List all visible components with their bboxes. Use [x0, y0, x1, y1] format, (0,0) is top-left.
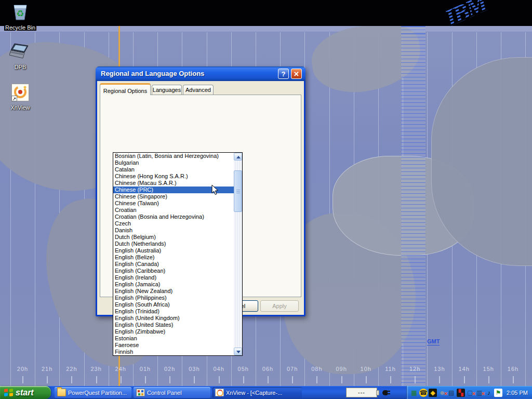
taskbar-button-label: PowerQuest Partition...	[68, 390, 127, 396]
language-option[interactable]: English (United States)	[113, 322, 234, 328]
taskbar-window-buttons: PowerQuest Partition...Control PanelXnVi…	[55, 387, 302, 398]
device-disconnected-icon[interactable]: ▢✕	[466, 389, 474, 397]
desktop-icon-label: DPB	[15, 64, 26, 70]
start-button[interactable]: start	[0, 386, 51, 399]
taskbar-clock[interactable]: 2:05 PM	[507, 390, 528, 396]
tray-icons: ▦☎◆☻✕▤▚▢✕▥✕♪⚑	[410, 389, 502, 397]
language-option[interactable]: Croatian (Bosnia and Herzegovina)	[113, 214, 234, 220]
language-option[interactable]: English (Philippines)	[113, 295, 234, 301]
diamond-utility-icon[interactable]: ◆	[429, 389, 437, 397]
thumb-grip	[236, 190, 240, 190]
language-option[interactable]: English (Canada)	[113, 261, 234, 268]
language-option[interactable]: Chinese (Hong Kong S.A.R.)	[113, 173, 234, 180]
ac-plug-icon	[382, 389, 391, 396]
hour-label: 24h	[109, 366, 132, 372]
taskbar-button-label: XnView - [<Capture-...	[226, 390, 282, 396]
hour-label: 13h	[428, 366, 451, 372]
language-option[interactable]: Dutch (Netherlands)	[113, 241, 234, 247]
taskbar-window-button[interactable]: PowerQuest Partition...	[55, 387, 131, 398]
dialog-title: Regional and Language Options	[101, 70, 204, 77]
svg-text:↗: ↗	[12, 96, 17, 101]
language-option[interactable]: English (Caribbean)	[113, 268, 234, 274]
desktop-icon-dpb[interactable]: DPB	[0, 43, 41, 70]
network-computers-icon[interactable]: ▤	[447, 389, 456, 397]
language-option[interactable]: Croatian	[113, 207, 234, 214]
language-option[interactable]: Danish	[113, 227, 234, 234]
hour-label: 21h	[35, 366, 59, 372]
dialog-titlebar[interactable]: Regional and Language Options ? ✕	[96, 66, 305, 81]
hour-label: 02h	[158, 366, 181, 372]
tab-regional-options[interactable]: Regional Options	[100, 83, 151, 95]
hour-label: 22h	[60, 366, 83, 372]
battery-icon: ---	[346, 388, 377, 397]
usb-device-icon[interactable]: ▦	[410, 389, 418, 397]
phone-support-icon[interactable]: ☎	[419, 389, 428, 397]
language-option[interactable]: English (Australia)	[113, 247, 234, 254]
wireless-disconnected-icon[interactable]: ▥✕	[475, 389, 484, 397]
recycle-bin-icon: ♻	[10, 2, 30, 23]
language-option[interactable]: Finnish	[113, 349, 234, 355]
scroll-up-button[interactable]	[234, 153, 242, 161]
hour-label: 10h	[354, 366, 378, 372]
dropdown-scrollbar[interactable]	[234, 153, 242, 355]
taskbar: start PowerQuest Partition...Control Pan…	[0, 386, 532, 399]
desktop-icon-label: Recycle Bin	[4, 24, 36, 31]
language-dropdown-list: Bosnian (Latin, Bosnia and Herzegovina)B…	[113, 152, 243, 356]
tab-advanced[interactable]: Advanced	[183, 85, 214, 95]
language-dropdown-items: Bosnian (Latin, Bosnia and Herzegovina)B…	[113, 153, 242, 355]
scrollbar-thumb[interactable]	[234, 170, 242, 212]
hour-scale: 20h21h22h23h24h01h02h03h04h05h06h07h08h0…	[0, 364, 532, 386]
hour-label: 07h	[281, 366, 304, 372]
hour-label: 12h	[403, 366, 427, 372]
desktop-icon-recycle-bin[interactable]: ♻ Recycle Bin	[0, 2, 41, 31]
taskbar-button-label: Control Panel	[147, 390, 182, 396]
language-option[interactable]: English (Jamaica)	[113, 281, 234, 288]
desktop-icon-label: XnView	[10, 104, 30, 111]
screen-capture-icon[interactable]: ⚑	[494, 389, 502, 397]
language-option[interactable]: English (South Africa)	[113, 301, 234, 308]
folder-icon	[57, 389, 66, 396]
language-option[interactable]: Chinese (Taiwan)	[113, 200, 234, 207]
xnview-shortcut-icon: ↗	[11, 83, 30, 103]
language-option[interactable]: Czech	[113, 220, 234, 227]
hour-label: 03h	[182, 366, 206, 372]
display-driver-icon[interactable]: ▚	[457, 389, 465, 397]
language-option[interactable]: Bosnian (Latin, Bosnia and Herzegovina)	[113, 153, 234, 159]
hour-label: 14h	[453, 366, 476, 372]
start-button-label: start	[16, 388, 34, 397]
apply-button[interactable]: Apply	[260, 300, 299, 312]
control-panel-icon	[136, 389, 145, 396]
language-option[interactable]: Bulgarian	[113, 159, 234, 166]
language-option[interactable]: English (Ireland)	[113, 274, 234, 281]
language-option[interactable]: English (Zimbabwe)	[113, 328, 234, 335]
messenger-offline-icon[interactable]: ☻✕	[438, 389, 446, 397]
taskbar-window-button[interactable]: XnView - [<Capture-...	[212, 387, 302, 398]
language-option[interactable]: Dutch (Belgium)	[113, 234, 234, 241]
desktop-screen: GMT 20h21h22h23h24h01h02h03h04h05h06h07h…	[0, 0, 532, 399]
language-option[interactable]: English (Trinidad)	[113, 308, 234, 315]
hour-label: 09h	[330, 366, 353, 372]
language-option[interactable]: English (Belize)	[113, 254, 234, 261]
language-option[interactable]: Estonian	[113, 335, 234, 342]
tab-languages[interactable]: Languages	[152, 85, 182, 95]
close-button[interactable]: ✕	[291, 69, 302, 79]
gmt-hatched-band	[401, 26, 425, 386]
volume-icon[interactable]: ♪	[485, 389, 493, 397]
hour-label: 01h	[134, 366, 157, 372]
chevron-up-icon	[236, 156, 241, 158]
laptop-icon	[9, 43, 31, 62]
desktop-icon-xnview[interactable]: ↗ XnView	[0, 83, 41, 111]
language-option[interactable]: Catalan	[113, 166, 234, 173]
windows-flag-icon	[4, 388, 13, 396]
top-black-strip: IBM	[0, 0, 532, 26]
hour-label: 08h	[305, 366, 328, 372]
power-meter[interactable]: ---	[346, 388, 391, 397]
help-button[interactable]: ?	[278, 69, 289, 79]
language-option[interactable]: English (New Zealand)	[113, 288, 234, 295]
mouse-cursor-icon	[211, 184, 219, 197]
language-option[interactable]: Faeroese	[113, 342, 234, 349]
scroll-down-button[interactable]	[234, 348, 242, 355]
language-option[interactable]: English (United Kingdom)	[113, 315, 234, 322]
hour-label: 06h	[256, 366, 280, 372]
taskbar-window-button[interactable]: Control Panel	[134, 387, 210, 398]
